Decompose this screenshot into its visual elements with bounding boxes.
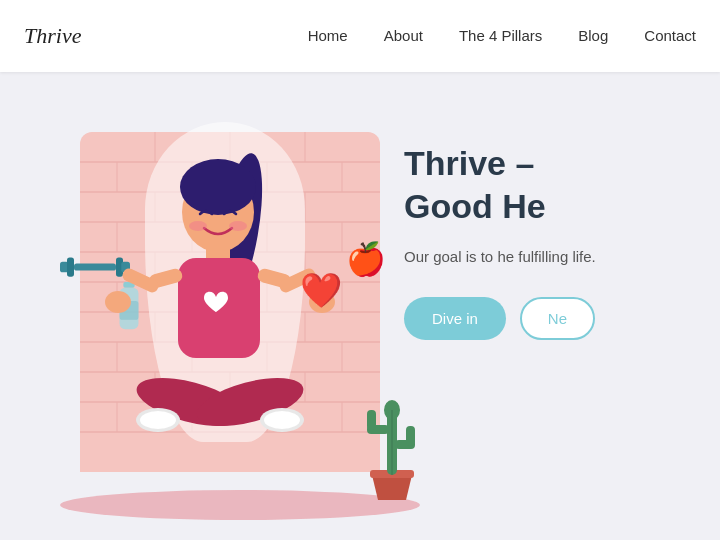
hero-subtext: Our goal is to he fulfilling life. [404, 245, 664, 269]
svg-point-63 [229, 221, 247, 231]
svg-point-62 [189, 221, 207, 231]
secondary-button[interactable]: Ne [520, 297, 595, 340]
svg-rect-51 [121, 267, 161, 295]
svg-point-47 [180, 159, 256, 215]
nav-pillars[interactable]: The 4 Pillars [459, 27, 542, 44]
person-figure [90, 132, 350, 512]
svg-point-52 [105, 291, 131, 313]
svg-rect-76 [367, 410, 376, 430]
nav-home[interactable]: Home [308, 27, 348, 44]
svg-rect-65 [67, 257, 74, 276]
heart-float-icon: ❤️ [300, 270, 342, 310]
site-logo[interactable]: Thrive [24, 23, 81, 49]
svg-point-59 [140, 411, 176, 429]
nav-blog[interactable]: Blog [578, 27, 608, 44]
svg-rect-78 [406, 426, 415, 446]
hero-section: ❤️ 🍎 [0, 72, 720, 540]
plant-icon [362, 390, 422, 504]
hero-heading: Thrive – Good He [404, 142, 696, 227]
svg-marker-72 [372, 475, 412, 500]
navbar: Thrive Home About The 4 Pillars Blog Con… [0, 0, 720, 72]
nav-contact[interactable]: Contact [644, 27, 696, 44]
hero-buttons: Dive in Ne [404, 297, 696, 340]
nav-links: Home About The 4 Pillars Blog Contact [308, 27, 696, 45]
dive-in-button[interactable]: Dive in [404, 297, 506, 340]
hero-text-block: Thrive – Good He Our goal is to he fulfi… [380, 122, 720, 360]
svg-point-61 [264, 411, 300, 429]
nav-about[interactable]: About [384, 27, 423, 44]
